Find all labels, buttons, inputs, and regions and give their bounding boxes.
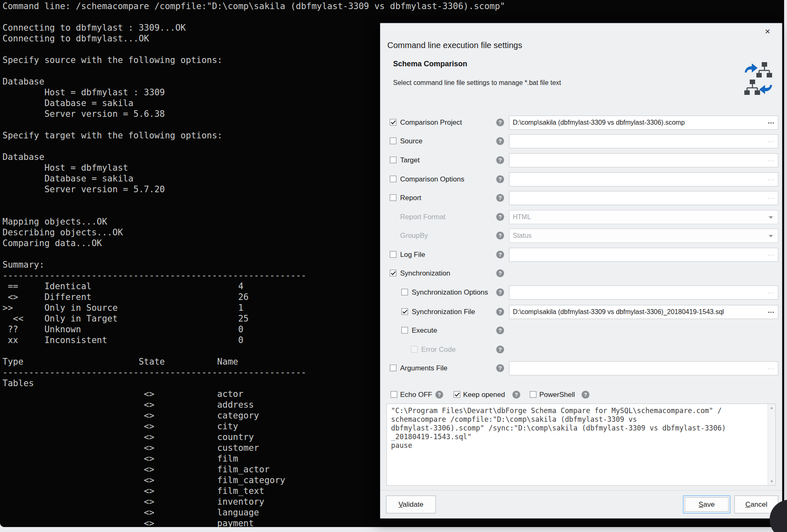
target-field[interactable]: ...: [509, 153, 778, 167]
help-icon[interactable]: ?: [496, 326, 504, 334]
comparison-options-label[interactable]: Comparison Options: [400, 175, 464, 184]
save-rest: ave: [703, 501, 715, 508]
report-format-dropdown: HTML: [509, 210, 778, 224]
section-heading: Schema Comparison: [393, 60, 467, 68]
chevron-down-icon: [769, 235, 773, 237]
browse-button[interactable]: ...: [768, 191, 775, 203]
echo-off-checkbox[interactable]: [391, 391, 397, 398]
command-line-settings-dialog: ✕ Command line execution file settings S…: [380, 23, 782, 519]
row-comparison-options: Comparison Options ? ...: [380, 172, 782, 186]
arguments-file-checkbox[interactable]: [390, 365, 396, 371]
report-label[interactable]: Report: [400, 194, 421, 202]
synchronization-file-value: D:\comp\sakila (dbfmylast-3309 vs dbfmyl…: [513, 308, 724, 315]
row-execute: Execute ?: [380, 324, 782, 338]
row-report: Report ? ...: [380, 191, 782, 205]
row-source: Source ? ...: [380, 134, 782, 148]
row-log-file: Log File ? ...: [380, 248, 782, 262]
synchronization-label[interactable]: Synchronization: [400, 269, 450, 278]
help-icon[interactable]: ?: [512, 391, 520, 399]
help-icon[interactable]: ?: [435, 391, 443, 399]
help-icon[interactable]: ?: [496, 269, 504, 277]
help-icon[interactable]: ?: [496, 213, 504, 221]
groupby-label: GroupBy: [400, 232, 428, 240]
row-synchronization-options: Synchronization Options ? ...: [380, 285, 782, 300]
powershell-label[interactable]: PowerShell: [539, 391, 575, 399]
comparison-project-value: D:\comp\sakila (dbfmylast-3309 vs dbfmyl…: [513, 119, 685, 126]
comparison-project-label[interactable]: Comparison Project: [400, 118, 462, 127]
help-icon[interactable]: ?: [496, 251, 504, 259]
save-mnemonic: S: [699, 501, 703, 508]
bat-file-text-area[interactable]: "C:\Program Files\Devart\dbForge Schema …: [386, 404, 776, 486]
help-icon[interactable]: ?: [496, 232, 504, 239]
echo-off-label[interactable]: Echo OFF: [400, 391, 432, 399]
synchronization-checkbox[interactable]: [390, 270, 396, 276]
synchronization-options-field[interactable]: ...: [509, 285, 778, 300]
help-icon[interactable]: ?: [496, 346, 504, 353]
groupby-dropdown: Status: [509, 229, 778, 243]
row-bat-options: Echo OFF ? Keep opened ? PowerShell ?: [380, 388, 782, 402]
source-field[interactable]: ...: [509, 134, 778, 148]
help-icon[interactable]: ?: [496, 156, 504, 164]
keep-opened-checkbox[interactable]: [454, 391, 460, 398]
browse-button[interactable]: ...: [768, 248, 775, 260]
keep-opened-label[interactable]: Keep opened: [463, 391, 505, 399]
arguments-file-label[interactable]: Arguments File: [400, 364, 447, 372]
target-checkbox[interactable]: [390, 157, 396, 163]
validate-button[interactable]: Validate: [386, 496, 436, 513]
source-label[interactable]: Source: [400, 137, 422, 145]
comparison-project-checkbox[interactable]: [390, 119, 396, 126]
row-error-code: Error Code ?: [380, 343, 782, 357]
synchronization-file-checkbox[interactable]: [401, 308, 408, 315]
log-file-checkbox[interactable]: [390, 251, 396, 258]
row-groupby: GroupBy ? Status: [380, 229, 782, 243]
close-icon[interactable]: ✕: [762, 27, 773, 37]
error-code-label: Error Code: [421, 346, 456, 354]
synchronization-file-label[interactable]: Synchronization File: [412, 308, 475, 316]
help-icon[interactable]: ?: [496, 175, 504, 183]
scroll-down-icon[interactable]: ▼: [768, 478, 775, 485]
target-label[interactable]: Target: [400, 156, 420, 164]
browse-button[interactable]: ...: [768, 305, 775, 317]
comparison-options-checkbox[interactable]: [390, 176, 396, 182]
help-icon[interactable]: ?: [496, 364, 504, 372]
help-icon[interactable]: ?: [496, 288, 504, 296]
browse-button[interactable]: ...: [768, 153, 775, 165]
help-icon[interactable]: ?: [496, 118, 504, 126]
synchronization-file-field[interactable]: D:\comp\sakila (dbfmylast-3309 vs dbfmyl…: [509, 305, 778, 319]
row-report-format: Report Format ? HTML: [380, 210, 782, 224]
error-code-checkbox: [411, 346, 418, 353]
section-subheading: Select command line file settings to man…: [393, 79, 561, 87]
synchronization-options-checkbox[interactable]: [401, 289, 408, 295]
comparison-options-field[interactable]: ...: [509, 172, 778, 186]
dialog-title: Command line execution file settings: [387, 41, 522, 50]
report-checkbox[interactable]: [390, 194, 396, 201]
powershell-checkbox[interactable]: [530, 391, 536, 398]
help-icon[interactable]: ?: [496, 308, 504, 316]
execute-label[interactable]: Execute: [412, 326, 437, 335]
row-synchronization: Synchronization ?: [380, 266, 782, 281]
comparison-project-field[interactable]: D:\comp\sakila (dbfmylast-3309 vs dbfmyl…: [509, 116, 778, 130]
help-icon[interactable]: ?: [496, 137, 504, 145]
row-synchronization-file: Synchronization File ? D:\comp\sakila (d…: [380, 305, 782, 319]
execute-checkbox[interactable]: [401, 327, 408, 334]
help-icon[interactable]: ?: [496, 194, 504, 202]
report-format-value: HTML: [513, 213, 531, 220]
validate-mnemonic: V: [398, 501, 403, 508]
browse-button[interactable]: ...: [768, 116, 775, 128]
arguments-file-field[interactable]: ...: [509, 361, 778, 375]
browse-button[interactable]: ...: [768, 361, 775, 373]
help-icon[interactable]: ?: [582, 391, 589, 399]
synchronization-options-label[interactable]: Synchronization Options: [412, 288, 488, 297]
browse-button[interactable]: ...: [768, 172, 775, 184]
save-button[interactable]: Save: [683, 496, 730, 513]
report-field[interactable]: ...: [509, 191, 778, 205]
cancel-mnemonic: C: [746, 501, 751, 508]
log-file-label[interactable]: Log File: [400, 251, 425, 259]
browse-button[interactable]: ...: [768, 134, 775, 146]
scrollbar[interactable]: ▲ ▼: [768, 404, 775, 485]
log-file-field[interactable]: ...: [509, 248, 778, 262]
bat-file-text: "C:\Program Files\Devart\dbForge Schema …: [387, 404, 775, 450]
browse-button[interactable]: ...: [768, 285, 775, 297]
source-checkbox[interactable]: [390, 138, 396, 144]
scroll-up-icon[interactable]: ▲: [768, 404, 775, 411]
